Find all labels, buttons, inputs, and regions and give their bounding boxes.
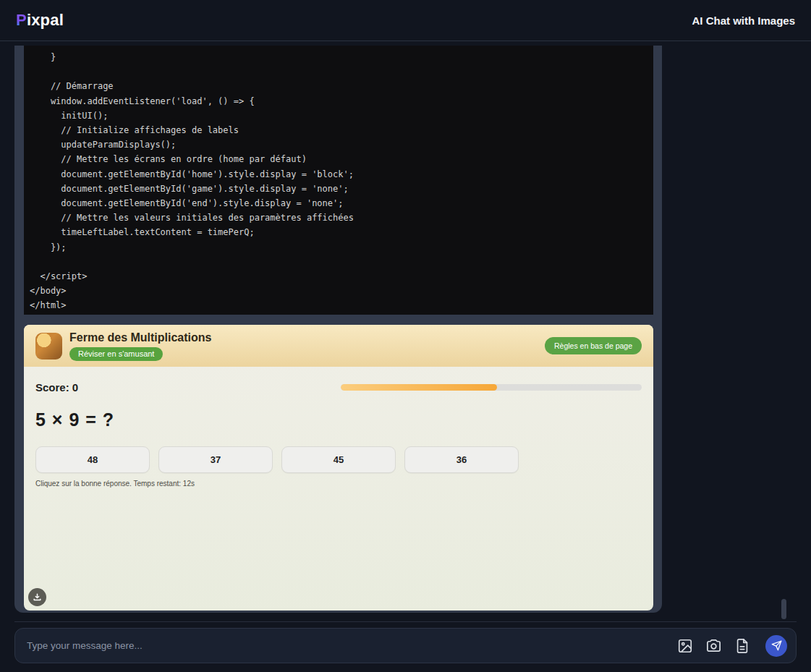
code-content: } // Démarrage window.addEventListener('…: [30, 50, 647, 313]
answers-row: 48 37 45 36: [35, 446, 642, 473]
composer-bar: [14, 628, 797, 663]
message-input[interactable]: [27, 640, 677, 651]
pixpal-logo: Pixpal: [16, 11, 64, 30]
game-body: Score: 0 5 × 9 = ? 48 37 45 36 Cliquez s…: [24, 367, 653, 611]
app-header: Pixpal AI Chat with Images: [0, 0, 811, 41]
answer-button-4[interactable]: 36: [404, 446, 519, 473]
assistant-message-bubble: } // Démarrage window.addEventListener('…: [14, 46, 662, 613]
camera-icon: [705, 637, 722, 654]
score-label: Score: 0: [35, 381, 78, 394]
answer-button-2[interactable]: 37: [158, 446, 273, 473]
game-header: Ferme des Multiplications Réviser en s'a…: [24, 325, 653, 367]
timer-progress-track: [341, 384, 642, 391]
game-titles: Ferme des Multiplications Réviser en s'a…: [69, 331, 211, 361]
hint-text: Cliquez sur la bonne réponse. Temps rest…: [35, 480, 642, 488]
game-subtitle-badge: Réviser en s'amusant: [69, 347, 163, 361]
download-button[interactable]: [28, 588, 46, 606]
page-title: AI Chat with Images: [692, 14, 795, 27]
download-icon: [33, 592, 42, 602]
composer-icons: [677, 635, 787, 657]
logo-rest: ixpal: [27, 11, 64, 29]
answer-button-3[interactable]: 45: [281, 446, 396, 473]
attach-image-button[interactable]: [677, 638, 693, 654]
image-icon: [677, 638, 693, 654]
game-title: Ferme des Multiplications: [69, 331, 211, 344]
send-button[interactable]: [765, 635, 787, 657]
score-row: Score: 0: [35, 381, 642, 394]
game-preview-card: Ferme des Multiplications Réviser en s'a…: [24, 325, 653, 611]
code-block: } // Démarrage window.addEventListener('…: [24, 46, 653, 315]
chat-scroll-area[interactable]: } // Démarrage window.addEventListener('…: [14, 46, 662, 613]
timer-progress-fill: [341, 384, 497, 391]
answer-button-1[interactable]: 48: [35, 446, 150, 473]
logo-letter-p: P: [16, 11, 27, 29]
document-icon: [734, 638, 750, 654]
farm-game-icon: [35, 333, 62, 360]
scrollbar-thumb[interactable]: [781, 599, 786, 619]
attach-document-button[interactable]: [734, 638, 750, 654]
send-icon: [771, 640, 782, 651]
composer-divider: [14, 621, 797, 622]
rules-button[interactable]: Règles en bas de page: [545, 337, 642, 354]
question-text: 5 × 9 = ?: [35, 409, 642, 430]
camera-button[interactable]: [705, 637, 722, 654]
